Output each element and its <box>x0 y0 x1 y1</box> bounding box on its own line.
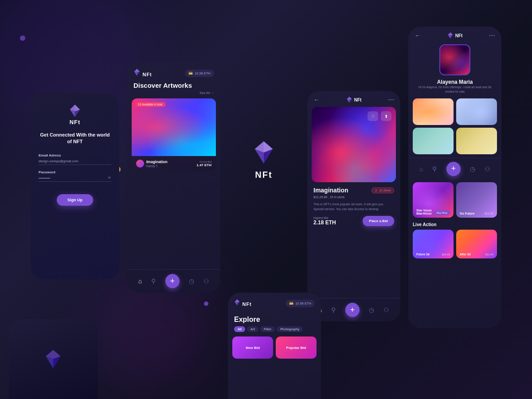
nav-user-icon[interactable]: ⚇ <box>203 278 209 285</box>
artwork-thumb-2[interactable] <box>456 98 497 125</box>
artwork-info: Imagination Kakoly T. Crrent Bid 1.47 ET… <box>132 156 216 171</box>
live-card-2-price: $31.86 <box>485 253 493 256</box>
bottom-eth-icon <box>44 348 63 370</box>
profile-nav-add-button[interactable]: + <box>446 162 461 176</box>
mini-card-go-future[interactable]: Go Future $24.90 <box>456 182 497 218</box>
bottom-screens: NFt 💳 10.98 ETH Explore All Art Filter P… <box>0 293 532 399</box>
artist-avatar <box>136 160 144 168</box>
heart-button[interactable]: ♡ <box>368 111 378 121</box>
screen-detail: ← NFt ⋯ ♡ ⬆ Imagination ⏱ <box>307 91 400 321</box>
screen-discover: NFt 💳 10.98 ETH Discover Artworks See Al… <box>127 62 220 293</box>
explore-title: Explore <box>228 311 321 326</box>
popular-bid-label: Popular Bid <box>286 346 306 350</box>
profile-nav-clock-icon[interactable]: ◷ <box>470 165 475 172</box>
wallet-icon: 💳 <box>188 71 193 75</box>
mini-card-1-label2: Star Vison <box>416 209 432 212</box>
new-bid-card[interactable]: New Bid <box>232 336 273 359</box>
filter-tags: All Art Filter Photography <box>228 326 321 332</box>
center-eth-icon <box>253 140 275 165</box>
timer-icon: ⏱ <box>375 189 378 192</box>
center-nft-text: NFt <box>255 170 272 180</box>
discover-title: Discover Artworks <box>127 82 220 89</box>
live-card-2-label: After 3d <box>460 253 471 256</box>
artwork-thumb-4[interactable] <box>456 128 497 154</box>
email-value: design.sumiya@gmail.com <box>39 159 78 163</box>
profile-brand: NFt <box>455 33 463 38</box>
login-brand-text: NFt <box>70 119 81 125</box>
stock-badge: 10 Available in stok <box>135 102 165 107</box>
explore-brand: NFt <box>242 301 251 307</box>
profile-header: ← NFt ⋯ <box>408 27 501 43</box>
balance-value: 10.98 ETH <box>195 71 211 75</box>
highest-bid-value: 2.18 ETH <box>313 219 336 226</box>
bid-info: Crrent Bid 1.47 ETH <box>196 160 211 167</box>
place-bid-button[interactable]: Place a Bid <box>363 216 394 226</box>
detail-header: ← NFt ⋯ <box>307 91 400 107</box>
password-label: Password <box>39 170 111 174</box>
balance-badge: 💳 10.98 ETH <box>185 70 214 77</box>
detail-menu-icon[interactable]: ⋯ <box>388 96 394 103</box>
nav-search-icon[interactable]: ⚲ <box>151 278 156 285</box>
heart-share-row: ♡ ⬆ <box>368 111 391 121</box>
explore-balance-badge: 💳 10.98 ETH <box>286 300 315 307</box>
profile-avatar <box>439 44 470 75</box>
discover-logo: NFt <box>133 68 152 78</box>
screen-login: NFt Get Connected With the world of NFT … <box>31 93 119 279</box>
mini-card-2-label: Go Future <box>460 212 474 215</box>
timer-badge: ⏱ 1h 28min <box>372 188 394 193</box>
popular-bid-card[interactable]: Popular Bid <box>276 336 317 359</box>
filter-art[interactable]: Art <box>247 326 258 332</box>
detail-artwork-image: ♡ ⬆ <box>312 107 396 182</box>
signup-button[interactable]: Sign Up <box>57 194 93 206</box>
live-card-future-3d[interactable]: Future 3d $36.98 <box>413 230 454 258</box>
screen-profile: ← NFt ⋯ Alayena Maria Hi I'm Alayena. I'… <box>408 27 501 328</box>
email-form-group: Email Adress design.sumiya@gmail.com <box>39 153 111 165</box>
nav-add-button[interactable]: + <box>165 274 180 288</box>
mini-card-star-vison[interactable]: Star Vison Star Vison $26.69 Buy Now <box>413 182 454 218</box>
artwork-image-bg <box>132 98 216 156</box>
live-card-after-3d[interactable]: After 3d $31.86 <box>456 230 497 258</box>
bid-cards-row: New Bid Popular Bid <box>228 336 321 359</box>
email-input-row: design.sumiya@gmail.com <box>39 159 111 165</box>
filter-photography[interactable]: Photography <box>277 326 303 332</box>
profile-nav-home-icon[interactable]: ⌂ <box>419 165 423 172</box>
center-brand: NFt <box>228 131 299 180</box>
detail-title-row: Imagination ⏱ 1h 28min <box>313 187 394 194</box>
new-bid-label: New Bid <box>246 346 260 350</box>
highest-bid-label: Highest Bid <box>313 216 336 219</box>
see-all-link[interactable]: See All → <box>200 91 214 95</box>
profile-back-button[interactable]: ← <box>415 32 421 39</box>
artwork-thumb-3[interactable] <box>413 128 454 154</box>
explore-balance: 10.98 ETH <box>295 301 311 305</box>
profile-nav: ⌂ ⚲ + ◷ ⚇ <box>408 158 501 180</box>
nav-home-icon[interactable]: ⌂ <box>138 278 142 285</box>
back-button[interactable]: ← <box>313 96 320 103</box>
eye-icon: 👁 <box>108 176 111 180</box>
artwork-thumb-1[interactable] <box>413 98 454 125</box>
artwork-left: Imagination Kakoly T. <box>136 160 168 168</box>
detail-logo: NFt <box>346 96 362 103</box>
detail-eth-icon <box>346 96 352 103</box>
see-all-row: See All → <box>127 91 220 95</box>
profile-nav-search-icon[interactable]: ⚲ <box>432 165 437 172</box>
password-input-row: •••••••••• 👁 <box>39 176 111 182</box>
artwork-name: Imagination <box>146 160 168 164</box>
live-action-title: Live Action <box>408 220 501 230</box>
nav-clock-icon[interactable]: ◷ <box>189 278 194 285</box>
explore-header: NFt 💳 10.98 ETH <box>228 293 321 311</box>
artwork-image: 10 Available in stok <box>132 98 216 156</box>
profile-eth-icon <box>447 32 454 39</box>
filter-filter[interactable]: Filter <box>260 326 275 332</box>
artwork-card-main[interactable]: 10 Available in stok Imagination Kakoly … <box>132 98 216 171</box>
profile-nav-user-icon[interactable]: ⚇ <box>485 165 490 172</box>
screen-explore: NFt 💳 10.98 ETH Explore All Art Filter P… <box>228 293 321 399</box>
share-button[interactable]: ⬆ <box>381 111 391 121</box>
artwork-grid <box>408 98 501 154</box>
explore-logo: NFt <box>234 299 252 308</box>
profile-bio: Hi I'm Alayena. I'm from cliforniya. I c… <box>408 85 501 94</box>
buy-now-button[interactable]: Buy Now <box>434 211 450 215</box>
filter-all[interactable]: All <box>234 326 245 332</box>
mini-card-1-price: $26.69 <box>416 212 432 215</box>
profile-menu-icon[interactable]: ⋯ <box>489 32 495 39</box>
explore-eth-icon <box>234 299 240 306</box>
